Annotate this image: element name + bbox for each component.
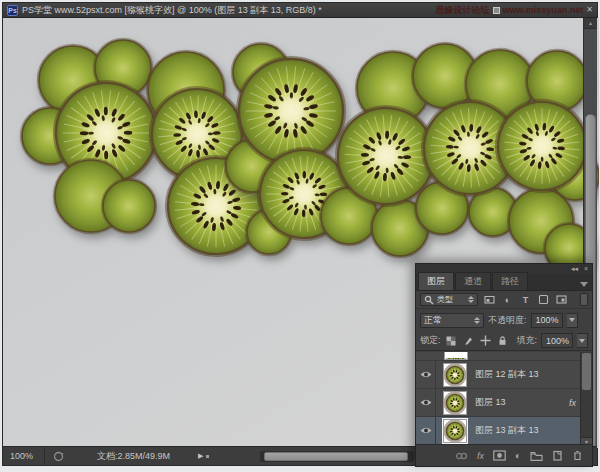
filter-type-select[interactable]: 类型 (420, 293, 478, 306)
panel-tab[interactable]: 路径 (492, 272, 528, 290)
adjustment-layer-icon[interactable]: ◐ (515, 450, 521, 461)
layers-panel: ◂◂ × 图层通道路径 类型 ◐ T (415, 263, 593, 467)
select-arrows-icon (474, 317, 480, 324)
layer-thumbnail[interactable] (443, 391, 467, 415)
title-bar: Ps PS学堂 www.52psxt.com [猕猴桃字效] @ 100% (图… (3, 3, 597, 18)
panel-tabs: 图层通道路径 (416, 274, 592, 291)
zoom-level-field[interactable]: 100% (3, 447, 45, 465)
layer-visibility-toggle[interactable] (416, 389, 436, 416)
layer-row-partial[interactable] (416, 352, 592, 361)
panel-bottom-bar: fx ◐ (416, 444, 592, 466)
document-title: PS学堂 www.52psxt.com [猕猴桃字效] @ 100% (图层 1… (22, 4, 322, 17)
layer-name[interactable]: 图层 13 副本 13 (475, 424, 539, 437)
panel-tab[interactable]: 图层 (418, 272, 454, 290)
filter-shape-icon[interactable] (537, 293, 550, 306)
filter-toggle-switch[interactable] (580, 293, 588, 306)
delete-layer-icon[interactable] (572, 450, 583, 461)
layer-thumbnail[interactable] (443, 419, 467, 443)
select-arrows-icon (468, 296, 474, 303)
opacity-label: 不透明度: (488, 314, 527, 327)
filter-pixel-icon[interactable] (483, 293, 496, 306)
layer-row[interactable]: 图层 13 副本 13 (416, 417, 592, 445)
lock-paint-icon[interactable] (462, 335, 475, 347)
layer-row[interactable]: 图层 12 副本 13 (416, 361, 592, 389)
panel-tab[interactable]: 通道 (455, 272, 491, 290)
status-sync-icon (45, 451, 71, 462)
horizontal-scrollbar-thumb[interactable] (264, 452, 408, 461)
layers-list-scrollbar[interactable]: ▾ (580, 352, 592, 446)
layer-visibility-toggle[interactable] (416, 417, 436, 444)
link-layers-icon[interactable] (455, 451, 468, 461)
add-mask-icon[interactable] (493, 450, 506, 461)
scroll-up-icon[interactable]: ▴ (584, 18, 597, 29)
close-panel-icon[interactable]: × (584, 264, 588, 274)
layer-thumbnail (444, 352, 468, 360)
fill-dropdown-icon[interactable] (577, 333, 588, 348)
document-size-info: 文档:2.85M/49.9M (97, 450, 170, 463)
layers-list: 图层 12 副本 13 图层 13 fx 图层 13 副本 13 (416, 352, 592, 446)
fill-label: 填充: (516, 334, 537, 347)
group-layers-icon[interactable] (530, 451, 543, 461)
layer-filter-row: 类型 ◐ T (416, 291, 592, 309)
fill-value-field[interactable]: 100% (541, 333, 573, 348)
panel-menu-icon[interactable] (580, 282, 588, 287)
blend-mode-select[interactable]: 正常 (420, 313, 484, 328)
opacity-value-field[interactable]: 100% (531, 313, 563, 328)
layer-visibility-toggle[interactable] (416, 361, 436, 388)
layer-name[interactable]: 图层 12 副本 13 (475, 368, 539, 381)
layer-style-icon[interactable]: fx (477, 451, 484, 461)
search-icon (424, 295, 434, 305)
opacity-dropdown-icon[interactable] (567, 313, 578, 328)
layer-thumbnail[interactable] (443, 363, 467, 387)
close-window-icon[interactable]: ✕ (586, 6, 593, 14)
lock-transparent-icon[interactable] (445, 335, 458, 347)
blend-mode-value: 正常 (424, 314, 442, 327)
watermark-text-right: www.missyuan.net (503, 5, 584, 15)
layers-scrollbar-thumb[interactable] (582, 353, 591, 390)
watermark-text-left: 思缘设计论坛 (436, 4, 490, 17)
layer-name[interactable]: 图层 13 (475, 396, 506, 409)
blend-mode-row: 正常 不透明度: 100% (416, 309, 592, 331)
restore-window-icon[interactable] (493, 7, 500, 14)
layer-row[interactable]: 图层 13 fx (416, 389, 592, 417)
lock-move-icon[interactable] (479, 335, 492, 347)
filter-type-label: 类型 (437, 294, 453, 305)
filter-type-icon[interactable]: T (519, 293, 532, 306)
layer-fx-badge[interactable]: fx (569, 398, 576, 408)
eye-icon (419, 398, 433, 407)
collapse-panels-icon[interactable]: ◂◂ (571, 264, 578, 274)
status-flyout-button[interactable]: ▶ (198, 452, 209, 460)
filter-adjustment-icon[interactable]: ◐ (501, 293, 514, 306)
eye-icon (419, 426, 433, 435)
new-layer-icon[interactable] (552, 450, 563, 461)
canvas-horizontal-scrollbar[interactable] (260, 451, 414, 462)
filter-smart-object-icon[interactable] (555, 293, 568, 306)
eye-icon (419, 370, 433, 379)
lock-row: 锁定: 填充: 100% (416, 331, 592, 351)
photoshop-app-icon: Ps (7, 5, 18, 16)
lock-all-icon[interactable] (496, 335, 509, 347)
lock-label: 锁定: (420, 334, 441, 347)
photoshop-document-window: Ps PS学堂 www.52psxt.com [猕猴桃字效] @ 100% (图… (2, 2, 598, 466)
